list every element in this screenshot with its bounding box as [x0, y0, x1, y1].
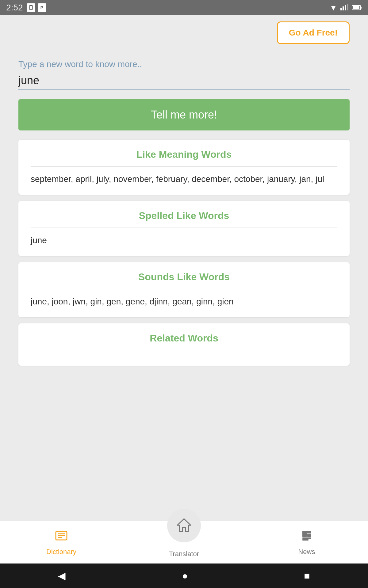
like-meaning-divider: [31, 166, 337, 167]
nav-item-news[interactable]: News: [245, 521, 368, 564]
svg-rect-16: [302, 531, 307, 537]
ad-free-row: Go Ad Free!: [18, 21, 350, 44]
news-label: News: [298, 548, 315, 556]
home-icon: [176, 517, 192, 534]
related-words-divider: [31, 350, 337, 350]
search-label: Type a new word to know more..: [18, 59, 350, 69]
svg-rect-5: [343, 6, 344, 10]
android-recent-button[interactable]: ■: [295, 567, 319, 585]
news-icon: [300, 529, 313, 545]
dictionary-label: Dictionary: [46, 548, 76, 556]
like-meaning-content: september, april, july, november, februa…: [31, 173, 337, 186]
status-bar: 2:52 P ▼: [0, 0, 368, 15]
search-section: Type a new word to know more..: [18, 59, 350, 90]
signal-icon: [340, 3, 349, 13]
spelled-like-card: Spelled Like Words june: [18, 201, 350, 256]
tell-more-button[interactable]: Tell me more!: [18, 99, 350, 130]
wifi-icon: ▼: [329, 3, 337, 13]
main-content: Go Ad Free! Type a new word to know more…: [0, 15, 368, 521]
nav-item-translator[interactable]: Translator: [123, 521, 245, 564]
android-home-button[interactable]: ●: [173, 567, 197, 585]
related-words-card: Related Words: [18, 323, 350, 366]
like-meaning-card: Like Meaning Words september, april, jul…: [18, 140, 350, 195]
android-back-button[interactable]: ◀: [49, 567, 75, 585]
nav-item-dictionary[interactable]: Dictionary: [0, 521, 123, 564]
like-meaning-title: Like Meaning Words: [31, 149, 337, 160]
svg-rect-18: [302, 537, 311, 539]
status-right: ▼: [329, 3, 362, 13]
sounds-like-divider: [31, 289, 337, 289]
search-input-wrapper: [18, 74, 350, 90]
svg-rect-7: [347, 4, 348, 10]
svg-rect-10: [353, 6, 359, 9]
dictionary-icon: [55, 529, 68, 545]
svg-rect-1: [30, 5, 32, 6]
sounds-like-card: Sounds Like Words june, joon, jwn, gin, …: [18, 262, 350, 317]
spelled-like-divider: [31, 228, 337, 228]
ad-free-button[interactable]: Go Ad Free!: [277, 21, 350, 44]
status-left: 2:52 P: [6, 3, 46, 13]
search-input[interactable]: [18, 74, 350, 87]
bottom-nav: Dictionary Translator News: [0, 521, 368, 564]
sounds-like-content: june, joon, jwn, gin, gen, gene, djinn, …: [31, 295, 337, 308]
clipboard-icon: [27, 3, 35, 12]
sounds-like-title: Sounds Like Words: [31, 271, 337, 283]
svg-rect-19: [302, 539, 309, 541]
related-words-title: Related Words: [31, 333, 337, 344]
svg-marker-15: [177, 519, 191, 531]
spelled-like-title: Spelled Like Words: [31, 210, 337, 221]
svg-rect-20: [307, 534, 311, 537]
translator-label: Translator: [169, 550, 199, 558]
translator-circle: [167, 509, 201, 542]
p-icon: P: [38, 3, 46, 12]
svg-rect-9: [361, 7, 362, 9]
svg-rect-6: [345, 5, 346, 10]
android-nav: ◀ ● ■: [0, 564, 368, 588]
spelled-like-content: june: [31, 234, 337, 247]
svg-rect-4: [340, 8, 342, 10]
svg-rect-17: [307, 531, 311, 533]
battery-icon: [352, 3, 362, 13]
status-app-icons: P: [27, 3, 46, 12]
status-time: 2:52: [6, 3, 23, 13]
